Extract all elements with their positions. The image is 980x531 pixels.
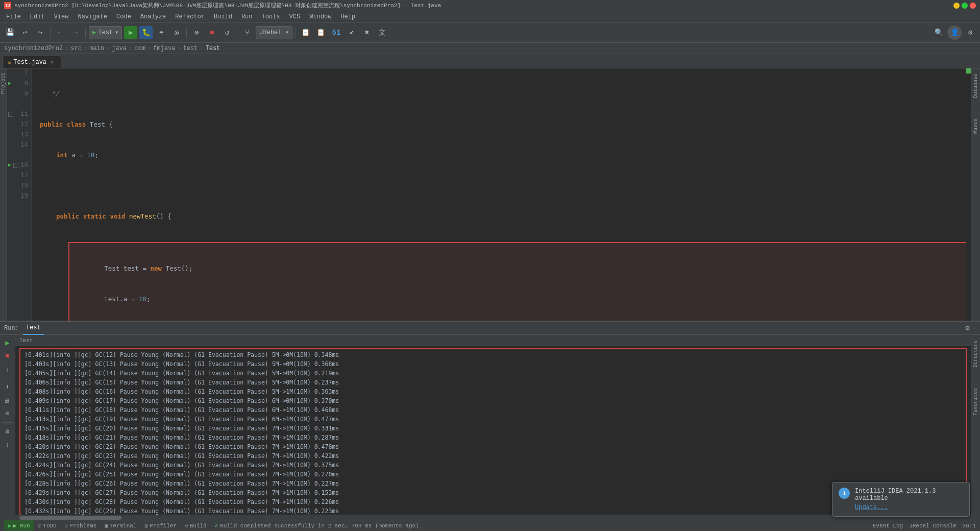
toolbar-sep-2 xyxy=(85,28,86,38)
breadcrumb-test-pkg[interactable]: test xyxy=(183,45,198,52)
fold-gutter-11[interactable]: − xyxy=(8,112,13,117)
run-stop-btn[interactable]: ■ xyxy=(2,350,13,361)
line-numbers: 7 ▶ 8 9 − 11 12 13 14 ▶ − xyxy=(7,68,32,321)
database-tab[interactable]: Database xyxy=(972,70,979,101)
toolbar-coverage[interactable]: ☂ xyxy=(155,26,168,39)
toolbar-btn-extra4[interactable]: ✔ xyxy=(345,26,358,39)
jrebel-dropdown[interactable]: JRebel ▾ xyxy=(256,26,292,39)
h-scrollbar-thumb[interactable] xyxy=(19,516,121,520)
toolbar-btn-extra1[interactable]: 📋 xyxy=(299,26,312,39)
fold-gutter-16[interactable]: − xyxy=(13,163,18,168)
breadcrumb-java[interactable]: java xyxy=(112,45,127,52)
event-log-btn[interactable]: Event Log xyxy=(873,523,903,529)
editor-tab-test[interactable]: ☕ Test.java ✕ xyxy=(2,56,61,68)
menu-help[interactable]: Help xyxy=(336,12,359,21)
menu-vcs[interactable]: VCS xyxy=(285,12,305,21)
toolbar-undo[interactable]: ↩ xyxy=(18,26,32,39)
toolbar-save[interactable]: 💾 xyxy=(3,26,16,39)
far-right-panel: Database Maven xyxy=(971,68,980,321)
h-scrollbar[interactable] xyxy=(15,515,971,520)
menu-file[interactable]: File xyxy=(2,12,25,21)
code-line-8: public class Test { xyxy=(38,119,966,130)
toolbar-redo[interactable]: ↪ xyxy=(34,26,47,39)
run-scroll-end-btn[interactable]: ⬇ xyxy=(2,381,13,393)
toolbar-back[interactable]: ← xyxy=(54,26,67,39)
problems-icon: ⚠ xyxy=(65,522,68,529)
line-col-indicator[interactable]: 36:1 xyxy=(963,523,976,529)
run-rerun-btn[interactable]: ▶ xyxy=(2,337,13,348)
menu-refactor[interactable]: Refactor xyxy=(171,12,209,21)
window-controls[interactable] xyxy=(953,3,976,9)
notification-update-link[interactable]: Update... xyxy=(855,504,963,511)
run-button[interactable]: ▶ xyxy=(124,26,137,39)
toolbar-btn-extra5[interactable]: ✖ xyxy=(360,26,374,39)
menu-window[interactable]: Window xyxy=(305,12,335,21)
menu-code[interactable]: Code xyxy=(112,12,135,21)
menu-edit[interactable]: Edit xyxy=(26,12,49,21)
build-status-btn[interactable]: ⚒ Build xyxy=(181,522,211,529)
run-fold-btn[interactable]: ↕ xyxy=(2,439,13,450)
debug-button[interactable]: 🐛 xyxy=(139,26,153,39)
menu-view[interactable]: View xyxy=(50,12,73,21)
menu-navigate[interactable]: Navigate xyxy=(74,12,111,21)
toolbar-build[interactable]: ⚒ xyxy=(190,26,203,39)
jrebel-console-btn[interactable]: JRebel Console xyxy=(909,523,956,529)
tab-close-button[interactable]: ✕ xyxy=(48,59,56,66)
toolbar-rerun[interactable]: ↺ xyxy=(220,26,234,39)
maximize-button[interactable] xyxy=(962,3,968,9)
breadcrumb: synchronizedPro2 › src › main › java › c… xyxy=(0,43,980,54)
breadcrumb-project[interactable]: synchronizedPro2 xyxy=(4,45,63,52)
breadcrumb-com[interactable]: com xyxy=(134,45,145,52)
problems-status-btn[interactable]: ⚠ Problems xyxy=(61,522,101,529)
app-icon: IJ xyxy=(4,2,11,9)
minimize-button[interactable] xyxy=(953,3,960,9)
breadcrumb-src[interactable]: src xyxy=(70,45,82,52)
jrebel-label: JRebel ▾ xyxy=(259,29,289,36)
toolbar-profile[interactable]: ◎ xyxy=(170,26,183,39)
panel-close-btn[interactable]: − xyxy=(972,324,976,332)
structure-tab[interactable]: Structure xyxy=(972,337,979,371)
run-gutter-16[interactable]: ▶ xyxy=(8,160,11,171)
toolbar-config-dropdown[interactable]: ▶ Test ▾ xyxy=(89,26,122,39)
toolbar-btn-extra3[interactable]: 51 xyxy=(330,26,343,39)
line-num-9: 9 xyxy=(7,89,31,99)
run-output[interactable]: [0.401s][info ][gc] GC(12) Pause Young (… xyxy=(15,346,971,515)
todo-status-btn[interactable]: ☑ TODO xyxy=(34,522,61,529)
code-content[interactable]: */ public class Test { int a = 10; publi… xyxy=(32,68,966,321)
run-clear-btn[interactable]: ⊗ xyxy=(2,408,13,419)
close-button[interactable] xyxy=(970,3,976,9)
run-filter-btn[interactable]: ⚙ xyxy=(2,426,13,437)
build-label: Build xyxy=(190,523,207,529)
run-tab-test[interactable]: Test xyxy=(23,322,44,335)
toolbar-stop[interactable]: ■ xyxy=(205,26,218,39)
build-success-text: Build completed successfully in 2 sec, 7… xyxy=(220,523,419,529)
run-status-btn[interactable]: ▶ ▶ Run xyxy=(4,520,34,532)
run-print-btn[interactable]: 🖨 xyxy=(2,395,13,406)
menu-run[interactable]: Run xyxy=(237,12,257,21)
profiler-status-btn[interactable]: ◎ Profiler xyxy=(141,522,181,529)
toolbar-git[interactable]: ⑂ xyxy=(240,26,254,39)
panel-settings-btn[interactable]: ⚙ xyxy=(965,324,969,332)
favorites-tab[interactable]: Favorites xyxy=(972,385,979,419)
toolbar-translate[interactable]: 文 xyxy=(376,26,389,39)
toolbar-forward[interactable]: → xyxy=(69,26,82,39)
breadcrumb-fmjava[interactable]: fmjava xyxy=(153,45,175,52)
run-label-status: ▶ Run xyxy=(13,522,30,529)
menu-tools[interactable]: Tools xyxy=(258,12,284,21)
toolbar-search[interactable]: 🔍 xyxy=(932,26,945,39)
user-avatar[interactable]: 👤 xyxy=(947,26,962,40)
project-panel-tab[interactable]: Project xyxy=(1,70,6,96)
maven-tab[interactable]: Maven xyxy=(972,115,979,137)
toolbar-btn-extra2[interactable]: 📋 xyxy=(314,26,328,39)
main-layout: Project 7 ▶ 8 9 − 11 12 13 xyxy=(0,68,980,520)
run-restore-btn[interactable]: ↓ xyxy=(2,364,13,375)
terminal-status-btn[interactable]: ▣ Terminal xyxy=(101,522,140,529)
toolbar-settings[interactable]: ⚙ xyxy=(964,26,977,39)
breadcrumb-main[interactable]: main xyxy=(89,45,104,52)
menu-analyze[interactable]: Analyze xyxy=(136,12,170,21)
line-num-7: 7 xyxy=(7,68,31,79)
run-gutter-8[interactable]: ▶ xyxy=(8,79,11,89)
run-sep-2 xyxy=(3,422,13,423)
menu-build[interactable]: Build xyxy=(210,12,236,21)
breadcrumb-test-class[interactable]: Test xyxy=(206,45,220,52)
